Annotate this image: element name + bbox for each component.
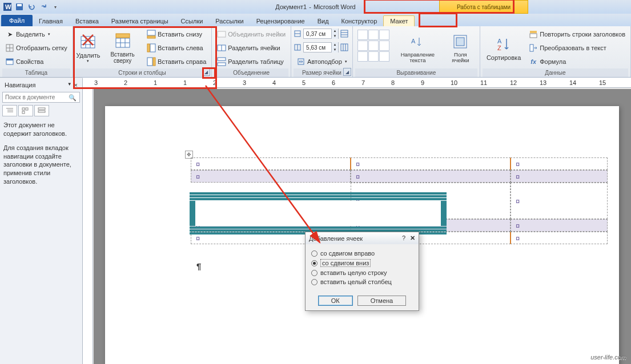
undo-icon[interactable] xyxy=(26,2,37,12)
tab-table-design[interactable]: Конструктор xyxy=(335,16,384,26)
merge-cells-button[interactable]: Объединить ячейки xyxy=(214,29,288,40)
pilcrow-mark: ¶ xyxy=(196,261,201,271)
rows-cols-dialog-launcher[interactable]: ◢ xyxy=(202,68,210,76)
ok-button[interactable]: ОК xyxy=(318,296,353,306)
view-gridlines-button[interactable]: Отобразить сетку xyxy=(2,42,70,54)
distribute-rows-icon[interactable] xyxy=(340,30,348,38)
window-title: Документ1 - Microsoft Word xyxy=(275,3,355,10)
cancel-button[interactable]: Отмена xyxy=(357,296,406,306)
tab-page-layout[interactable]: Разметка страницы xyxy=(105,16,175,26)
align-tr-button[interactable] xyxy=(379,30,389,40)
align-tc-button[interactable] xyxy=(368,30,379,40)
tab-review[interactable]: Рецензирование xyxy=(250,16,311,26)
tab-references[interactable]: Ссылки xyxy=(175,16,210,26)
tab-file[interactable]: Файл xyxy=(1,15,33,26)
qat-more-icon[interactable]: ▾ xyxy=(50,2,61,12)
nav-dropdown-icon[interactable]: ▼ xyxy=(67,82,72,88)
group-label-cellsize: Размер ячейки xyxy=(294,68,350,77)
ribbon: ➤Выделить▾ Отобразить сетку Свойства Таб… xyxy=(0,26,631,78)
insert-right-icon xyxy=(147,57,156,66)
svg-rect-21 xyxy=(147,30,155,35)
select-button[interactable]: ➤Выделить▾ xyxy=(2,29,70,40)
document-area: ✥ ¤¤¤ ¤¤¤ ¤¤ ¤¤¤ ¤¤¤ ¶ xyxy=(94,89,631,364)
spin-down-icon[interactable]: ▼ xyxy=(331,47,338,52)
alignment-grid xyxy=(355,27,392,68)
group-data: AZ Сортировка Повторить строки заголовко… xyxy=(480,26,631,77)
contextual-tab-label: Работа с таблицами xyxy=(439,0,528,14)
horizontal-ruler[interactable]: 321123456789101112131415 xyxy=(83,78,631,88)
cellsize-dialog-launcher[interactable]: ◢ xyxy=(343,68,351,76)
align-mc-button[interactable] xyxy=(368,41,379,51)
spin-up-icon[interactable]: ▲ xyxy=(331,42,338,47)
search-icon[interactable]: 🔍 xyxy=(69,94,77,102)
group-table: ➤Выделить▾ Отобразить сетку Свойства Таб… xyxy=(0,26,73,77)
tab-table-layout[interactable]: Макет xyxy=(383,15,415,26)
radio-entire-row[interactable]: вставить целую строку xyxy=(311,268,413,277)
align-ml-button[interactable] xyxy=(357,41,368,51)
insert-below-button[interactable]: Вставить снизу xyxy=(144,29,209,40)
radio-shift-right[interactable]: со сдвигом вправо xyxy=(311,249,413,258)
spin-up-icon[interactable]: ▲ xyxy=(331,29,338,34)
insert-left-button[interactable]: Вставить слева xyxy=(144,42,209,54)
col-width-input[interactable]: ▲▼ xyxy=(303,42,339,52)
split-cells-button[interactable]: Разделить ячейки xyxy=(214,42,288,54)
tab-mailings[interactable]: Рассылки xyxy=(209,16,250,26)
navigation-pane: Навигация ▼ × 🔍 Этот документ не содержи… xyxy=(0,78,83,364)
group-label-table: Таблица xyxy=(2,68,70,77)
align-bc-button[interactable] xyxy=(368,51,379,62)
autofit-button[interactable]: Автоподбор▾ xyxy=(294,56,350,67)
tab-view[interactable]: Вид xyxy=(311,16,335,26)
sort-button[interactable]: AZ Сортировка xyxy=(483,27,525,68)
nav-tab-pages[interactable] xyxy=(18,105,33,116)
row-height-input[interactable]: ▲▼ xyxy=(303,29,339,39)
word-icon[interactable]: W xyxy=(2,2,13,12)
nav-tab-headings[interactable] xyxy=(2,105,17,116)
group-alignment: A Направление текста Поля ячейки Выравни… xyxy=(353,26,480,77)
dialog-close-icon[interactable]: ✕ xyxy=(410,234,415,242)
save-icon[interactable] xyxy=(14,2,25,12)
tab-home[interactable]: Главная xyxy=(33,16,69,26)
group-label-rowscols: Строки и столбцы xyxy=(75,68,210,77)
ribbon-tabs: Файл Главная Вставка Разметка страницы С… xyxy=(0,14,631,26)
align-br-button[interactable] xyxy=(379,51,389,62)
nav-tab-results[interactable] xyxy=(34,105,49,116)
vertical-ruler[interactable] xyxy=(83,89,93,364)
radio-shift-down[interactable]: со сдвигом вниз xyxy=(311,258,413,268)
tab-insert[interactable]: Вставка xyxy=(69,16,105,26)
text-direction-icon: A xyxy=(408,33,427,51)
group-label-merge: Объединение xyxy=(214,68,288,77)
align-bl-button[interactable] xyxy=(357,51,368,62)
nav-close-icon[interactable]: × xyxy=(74,82,78,88)
cell-margins-icon xyxy=(451,33,469,51)
align-tl-button[interactable] xyxy=(357,30,368,40)
split-table-button[interactable]: Разделить таблицу xyxy=(214,56,288,67)
text-direction-button[interactable]: A Направление текста xyxy=(393,27,443,68)
svg-rect-48 xyxy=(530,31,537,33)
insert-cells-dialog: Добавление ячеек ? ✕ со сдвигом вправо с… xyxy=(305,232,419,311)
group-merge: Объединить ячейки Разделить ячейки Разде… xyxy=(212,26,291,77)
insert-right-button[interactable]: Вставить справа xyxy=(144,56,209,67)
repeat-header-button[interactable]: Повторить строки заголовков xyxy=(526,29,628,40)
formula-icon: fx xyxy=(529,57,538,66)
distribute-cols-icon[interactable] xyxy=(340,43,348,51)
dialog-help-icon[interactable]: ? xyxy=(402,234,405,242)
svg-rect-30 xyxy=(218,58,226,60)
cell-margins-button[interactable]: Поля ячейки xyxy=(444,27,477,68)
insert-above-button[interactable]: Вставить сверху xyxy=(102,27,143,68)
svg-text:A: A xyxy=(411,38,416,45)
convert-to-text-button[interactable]: Преобразовать в текст xyxy=(526,42,628,54)
properties-button[interactable]: Свойства xyxy=(2,56,70,67)
radio-entire-column[interactable]: вставить целый столбец xyxy=(311,277,413,286)
formula-button[interactable]: fxФормула xyxy=(526,56,628,67)
spin-down-icon[interactable]: ▼ xyxy=(331,34,338,39)
watermark: user-life.com xyxy=(590,354,626,361)
document-name: Документ1 xyxy=(275,3,307,10)
dialog-titlebar[interactable]: Добавление ячеек ? ✕ xyxy=(306,232,419,244)
nav-view-tabs xyxy=(2,105,80,116)
delete-button[interactable]: Удалить▾ xyxy=(75,27,101,68)
nav-empty-text: Этот документ не содержит заголовков. Дл… xyxy=(2,120,80,187)
insert-above-icon xyxy=(114,32,132,50)
align-mr-button[interactable] xyxy=(379,41,389,51)
title-bar: W ▾ Документ1 - Microsoft Word Работа с … xyxy=(0,0,631,14)
redo-icon[interactable] xyxy=(38,2,49,12)
